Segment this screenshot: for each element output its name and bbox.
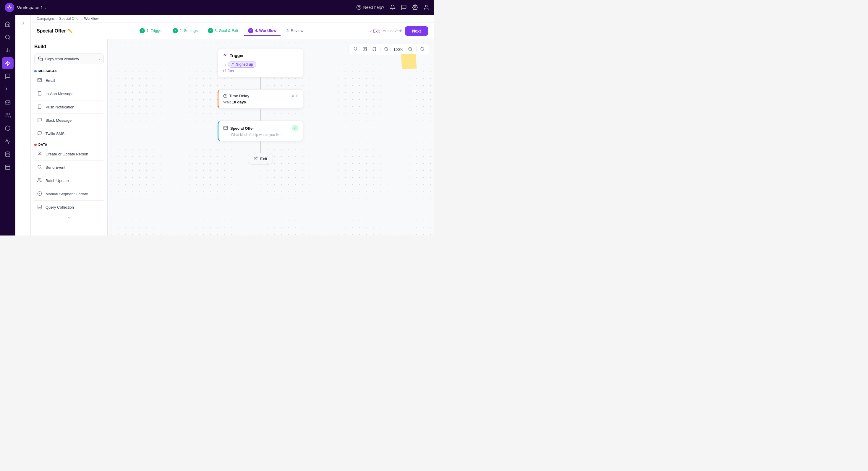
step-title: Special Offer ✏️ <box>37 28 73 34</box>
canvas[interactable]: 100% <box>107 39 434 236</box>
svg-point-28 <box>38 205 41 206</box>
svg-point-1 <box>9 6 10 7</box>
panel-item-batch-label: Batch Update <box>45 178 69 183</box>
slack-icon <box>37 117 42 123</box>
svg-point-8 <box>6 35 9 39</box>
trigger-bolt-icon <box>223 53 227 58</box>
next-button[interactable]: Next <box>405 26 428 36</box>
breadcrumb: Campaigns / Special Offer / Workflow <box>31 15 434 23</box>
sidebar-item-explore[interactable] <box>2 31 13 43</box>
time-delay-node[interactable]: Time Delay 0 Wait 10 days <box>218 89 303 109</box>
canvas-toolbar: 100% <box>348 44 429 55</box>
panel-item-slack[interactable]: Slack Message <box>34 115 104 126</box>
email-node-name: Special Offer <box>230 126 254 131</box>
expand-sidebar-button[interactable] <box>18 18 28 28</box>
tab-workflow-label: 4. Workflow <box>255 28 276 33</box>
panel-item-batch-update[interactable]: Batch Update <box>34 175 104 186</box>
zoom-in-icon[interactable] <box>407 46 414 53</box>
panel-item-email-label: Email <box>45 78 55 83</box>
breadcrumb-campaigns[interactable]: Campaigns <box>37 16 55 21</box>
panel-item-query-label: Query Collection <box>45 205 74 209</box>
sidebar-item-campaigns[interactable] <box>2 57 13 69</box>
svg-line-45 <box>255 157 257 159</box>
svg-point-16 <box>6 152 10 154</box>
edit-title-icon[interactable]: ✏️ <box>68 29 73 33</box>
exit-node[interactable]: Exit <box>248 153 273 165</box>
tab-review-label: 5. Review <box>286 28 303 33</box>
sidebar-item-activity[interactable] <box>2 135 13 147</box>
copy-from-workflow-label: Copy from workflow <box>45 57 79 61</box>
tab-settings[interactable]: ✓ 2. Settings <box>168 26 202 36</box>
bookmark-icon[interactable] <box>371 46 378 53</box>
sidebar-item-objects[interactable] <box>2 122 13 134</box>
trigger-in-label: in <box>223 62 225 67</box>
image-icon[interactable] <box>361 46 368 53</box>
workspace-name[interactable]: Workspace 1 ⌄ <box>17 5 47 10</box>
canvas-search-icon[interactable] <box>419 46 426 53</box>
sidebar-item-home[interactable] <box>2 18 13 30</box>
panel-item-manual-segment[interactable]: Manual Segment Update <box>34 189 104 199</box>
email-node[interactable]: Special Offer ✓ What kind of ship would … <box>218 121 303 141</box>
exit-icon <box>254 156 258 161</box>
time-delay-duration: 10 days <box>232 100 246 104</box>
build-title: Build <box>34 44 104 49</box>
panel-item-create-person-label: Create or Update Person <box>45 152 88 156</box>
chat-icon[interactable] <box>401 4 407 10</box>
tab-goal-exit[interactable]: ✓ 3. Goal & Exit <box>204 26 242 36</box>
panel-item-email[interactable]: Email <box>34 75 104 86</box>
email-node-left: Special Offer <box>223 126 254 131</box>
trigger-title: Trigger <box>230 53 244 58</box>
svg-point-26 <box>38 178 40 180</box>
user-icon[interactable] <box>423 4 429 10</box>
trigger-filter[interactable]: +1 filter <box>223 69 298 73</box>
lightbulb-icon[interactable] <box>352 46 359 53</box>
svg-line-9 <box>9 38 10 40</box>
svg-rect-18 <box>40 58 42 61</box>
step-header: Special Offer ✏️ ✓ 1. Trigger ✓ 2. Setti… <box>31 23 434 39</box>
expand-chevron-button[interactable] <box>34 213 104 223</box>
help-button[interactable]: Need help? <box>356 5 384 10</box>
sms-icon <box>37 131 42 136</box>
tab-review[interactable]: 5. Review <box>282 27 307 35</box>
sticky-note[interactable] <box>401 54 417 69</box>
sidebar-item-messages[interactable] <box>2 70 13 82</box>
build-panel: Build Copy from workflow › MESSAGES Emai… <box>31 39 107 236</box>
settings-icon[interactable] <box>412 4 418 10</box>
panel-item-send-event[interactable]: Send Event <box>34 162 104 173</box>
exit-button[interactable]: ‹ Exit <box>370 29 380 33</box>
panel-item-inapp[interactable]: In-App Message <box>34 88 104 99</box>
tab-check-2: ✓ <box>173 28 178 33</box>
sidebar-item-inbox[interactable] <box>2 96 13 108</box>
breadcrumb-special-offer[interactable]: Special Offer <box>59 16 80 21</box>
sidebar-item-database[interactable] <box>2 148 13 160</box>
breadcrumb-current: Workflow <box>84 16 99 21</box>
sidebar-item-terminal[interactable] <box>2 83 13 95</box>
trigger-node[interactable]: Trigger in Signed up +1 filter <box>218 48 303 77</box>
panel-item-sms[interactable]: Twilio SMS <box>34 128 104 139</box>
tab-workflow[interactable]: ✓ 4. Workflow <box>244 26 281 36</box>
zoom-level: 100% <box>392 47 404 52</box>
svg-point-43 <box>292 95 293 96</box>
bell-icon[interactable] <box>390 4 396 10</box>
sidebar-item-analytics[interactable] <box>2 44 13 56</box>
exit-label: Exit <box>373 29 380 33</box>
time-delay-count: 0 <box>296 94 298 98</box>
panel-item-slack-label: Slack Message <box>45 118 71 123</box>
panel-item-create-person[interactable]: Create or Update Person <box>34 148 104 159</box>
zoom-out-icon[interactable] <box>383 46 390 53</box>
breadcrumb-sep-1: / <box>57 16 57 21</box>
panel-item-query-collection[interactable]: Query Collection <box>34 202 104 212</box>
connector-3 <box>260 141 261 153</box>
email-icon <box>37 78 42 83</box>
tab-trigger[interactable]: ✓ 1. Trigger <box>135 26 167 36</box>
email-node-icon <box>223 126 228 131</box>
svg-line-35 <box>411 50 412 51</box>
sidebar-item-people[interactable] <box>2 109 13 121</box>
copy-from-workflow-button[interactable]: Copy from workflow › <box>34 54 104 64</box>
data-section-label: DATA <box>34 143 104 146</box>
sidebar-item-table[interactable] <box>2 161 13 173</box>
panel-item-push[interactable]: Push Notification <box>34 102 104 112</box>
tab-check-3: ✓ <box>208 28 213 33</box>
svg-point-7 <box>426 5 428 7</box>
tab-check-4: ✓ <box>248 28 253 33</box>
